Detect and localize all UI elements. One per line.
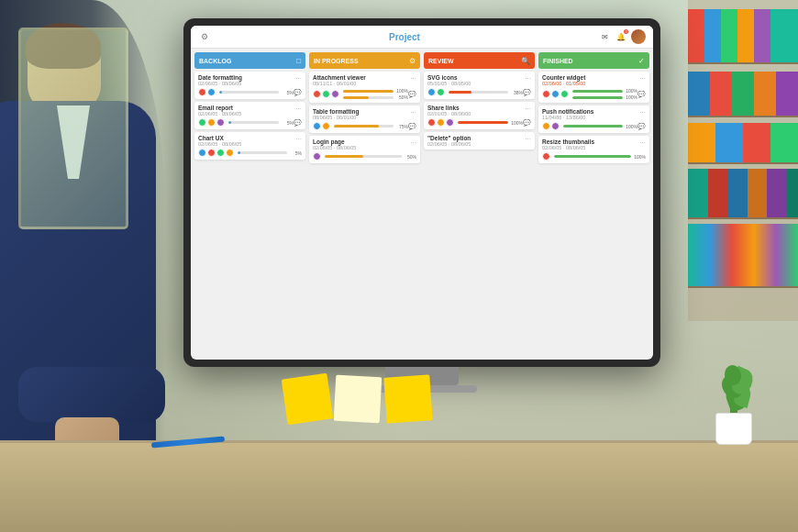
card-footer: 100% 💬 [542, 122, 646, 130]
mail-button[interactable]: ✉ [598, 30, 611, 43]
avatar [542, 152, 550, 161]
progress-bar-wrap: 100% [563, 124, 637, 129]
card-footer: 75% 💬 [313, 122, 416, 130]
card-footer: 5% [198, 149, 302, 157]
avatar [313, 90, 321, 98]
comment-icon: 💬 [637, 123, 646, 130]
inprogress-header-icon: ⚙ [409, 57, 416, 65]
card-footer: 5% 💬 [198, 88, 302, 96]
more-dots[interactable]: ··· [525, 74, 531, 83]
card-avatars [313, 90, 339, 98]
progress-bar-wrap: 50% [325, 154, 416, 160]
card-login-page[interactable]: Login page 02/06/05 · 08/06/05 ··· [309, 136, 420, 163]
card-attachment-viewer[interactable]: Attachment viewer 08/11/11 · 06/01/00 ··… [309, 72, 420, 103]
progress-bar-wrap: 75% [334, 124, 408, 129]
progress-bar-bg [228, 121, 279, 124]
column-header-review: REVIEW 🔍 [424, 52, 535, 69]
progress-fill [563, 125, 623, 127]
card-table-formatting[interactable]: Table formatting 08/06/05 · 06/01/00 ··· [309, 105, 420, 133]
column-header-finished: FINISHED ✓ [538, 52, 649, 69]
progress-fill [554, 155, 631, 158]
more-dots[interactable]: ··· [410, 139, 416, 147]
card-resize-thumbnails[interactable]: Resize thumbnails 02/06/05 · 08/06/05 ··… [538, 136, 649, 163]
card-footer: 5% 💬 [198, 118, 302, 127]
progress-bar-wrap: 100% [343, 88, 408, 94]
progress-bar-bg [458, 121, 508, 124]
review-title: REVIEW [428, 58, 454, 64]
card-date-formatting[interactable]: Date formatting 02/06/05 · 08/06/05 ··· [194, 72, 305, 99]
more-dots[interactable]: ··· [639, 74, 646, 83]
card-email-report[interactable]: Email report 02/06/05 · 08/06/05 ··· [194, 102, 305, 129]
sticky-notes [284, 376, 431, 422]
column-backlog: BACKLOG □ Date formatting 02/06/05 · 08/… [194, 52, 305, 356]
more-dots[interactable]: ··· [410, 108, 416, 116]
progress-area: 100% 100% [572, 88, 637, 100]
window [18, 28, 128, 229]
progress-area: 100% [458, 120, 523, 126]
user-avatar[interactable] [631, 29, 646, 44]
card-title: Resize thumbnails [542, 139, 594, 145]
progress-area: 5% [219, 90, 294, 95]
card-share-links[interactable]: Share links 02/01/05 · 08/06/00 ··· [424, 102, 535, 129]
more-dots[interactable]: ··· [295, 105, 302, 113]
avatar [542, 90, 550, 98]
comment-icon: 💬 [637, 91, 646, 98]
card-date: 02/06/06 · 01/05/00 [542, 81, 585, 86]
card-delete-option[interactable]: "Delete" option 02/06/05 · 08/06/05 ··· [424, 132, 535, 150]
progress-area: 100% [563, 124, 637, 129]
progress-bar-wrap: 5% [219, 90, 294, 95]
card-date: 02/06/05 · 08/06/05 [427, 141, 471, 147]
progress-pct: 5% [281, 120, 294, 126]
progress-pct: 5% [289, 150, 302, 156]
backlog-header-icon: □ [296, 57, 301, 65]
progress-fill-2 [343, 96, 369, 99]
progress-fill [228, 121, 231, 124]
card-chart-ux[interactable]: Chart UX 02/06/05 · 08/06/05 ··· [194, 132, 305, 160]
card-title: Login page [313, 139, 356, 145]
bell-button[interactable]: 🔔 0 [615, 30, 627, 43]
more-dots[interactable]: ··· [525, 105, 531, 113]
review-header-icon: 🔍 [521, 57, 530, 65]
card-push-notifications[interactable]: Push notifications 11/04/86 · 13/86/00 ·… [538, 105, 649, 133]
card-avatars [313, 122, 330, 130]
progress-pct-2: 50% [395, 94, 408, 100]
progress-bar-bg [449, 91, 508, 94]
card-date: 05/01/05 · 08/05/00 [427, 81, 471, 86]
progress-pct: 75% [395, 124, 408, 129]
card-avatars [427, 88, 445, 96]
progress-fill [458, 121, 508, 124]
sticky-note-3 [383, 374, 432, 423]
mail-icon: ✉ [602, 33, 608, 41]
avatar [446, 118, 454, 127]
header-icons: ✉ 🔔 0 [598, 29, 646, 44]
progress-area: 100% [554, 154, 646, 160]
card-footer: 100% 💬 [427, 118, 531, 127]
more-dots[interactable]: ··· [410, 74, 416, 83]
progress-pct: 100% [395, 88, 408, 94]
progress-bar-wrap: 100% [554, 154, 646, 160]
desk-surface [0, 440, 798, 532]
avatar [427, 118, 436, 127]
progress-area: 75% [334, 124, 408, 129]
progress-bar-bg [554, 155, 631, 158]
progress-bar-bg [325, 155, 402, 158]
progress-area: 100% 50% [343, 88, 408, 100]
avatar [331, 90, 339, 98]
card-counter-widget[interactable]: Counter widget 02/06/06 · 01/05/00 ··· [538, 72, 649, 103]
more-dots[interactable]: ··· [525, 135, 531, 143]
avatar [551, 122, 560, 130]
card-svg-icons[interactable]: SVG icons 05/01/05 · 08/05/00 ··· [424, 72, 535, 99]
column-finished: FINISHED ✓ Counter widget 02/06/06 · 01/… [538, 52, 649, 356]
app-ui: ⚙ Project ✉ 🔔 0 [191, 26, 653, 360]
card-title: Attachment viewer [313, 74, 366, 81]
progress-fill [219, 91, 222, 94]
card-date: 11/04/86 · 13/86/00 [542, 115, 593, 120]
progress-pct: 100% [633, 154, 646, 160]
avatar [322, 90, 330, 98]
more-dots[interactable]: ··· [295, 74, 302, 83]
more-dots[interactable]: ··· [295, 135, 302, 143]
progress-bar-bg [563, 125, 623, 127]
more-dots[interactable]: ··· [639, 139, 646, 147]
app-header: ⚙ Project ✉ 🔔 0 [191, 26, 653, 49]
more-dots[interactable]: ··· [639, 108, 646, 116]
